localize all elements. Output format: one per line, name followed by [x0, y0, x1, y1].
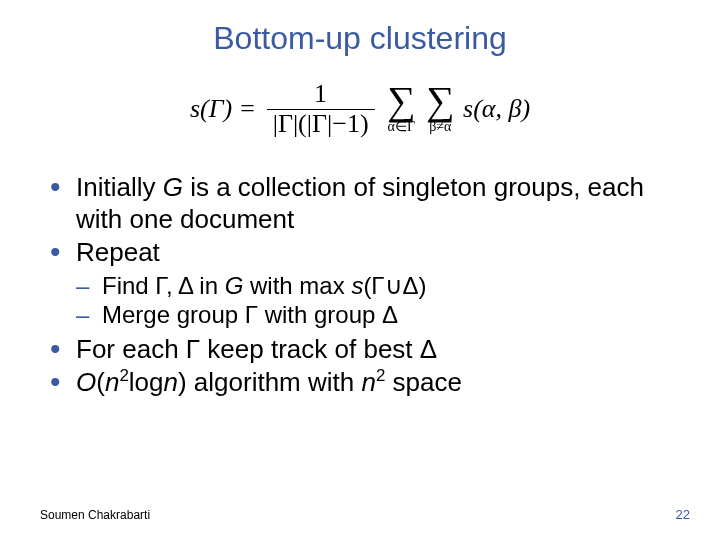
- sigma-2: ∑ β≠α: [426, 83, 455, 134]
- subbullet-merge: Merge group Γ with group Δ: [76, 300, 680, 329]
- fraction-numerator: 1: [267, 80, 375, 110]
- fraction-denominator: |Γ|(|Γ|−1): [267, 110, 375, 139]
- formula-lhs: s(Γ) =: [190, 94, 256, 124]
- bullet-repeat: Repeat: [50, 237, 680, 269]
- bullet-complexity: O(n2logn) algorithm with n2 space: [50, 367, 680, 399]
- slide-title: Bottom-up clustering: [0, 20, 720, 57]
- slide-root: Bottom-up clustering s(Γ) = 1 |Γ|(|Γ|−1)…: [0, 0, 720, 540]
- sigma-2-sub: β≠α: [426, 119, 455, 134]
- page-number: 22: [676, 507, 690, 522]
- formula-rhs: s(α, β): [463, 94, 530, 124]
- sigma-1: ∑ α∈Γ: [387, 83, 416, 134]
- sigma-1-sub: α∈Γ: [387, 119, 416, 134]
- subbullet-find: Find Γ, Δ in G with max s(Γ∪Δ): [76, 271, 680, 300]
- bullet-initially: Initially G is a collection of singleton…: [50, 172, 680, 235]
- body-content: Initially G is a collection of singleton…: [50, 172, 680, 401]
- bullet-foreach: For each Γ keep track of best Δ: [50, 334, 680, 366]
- formula: s(Γ) = 1 |Γ|(|Γ|−1) ∑ α∈Γ ∑ β≠α s(α, β): [0, 80, 720, 138]
- formula-fraction: 1 |Γ|(|Γ|−1): [267, 80, 375, 138]
- footer-author: Soumen Chakrabarti: [40, 508, 150, 522]
